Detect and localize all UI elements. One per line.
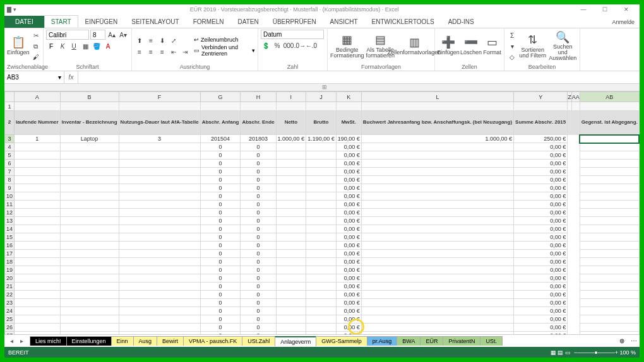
cell[interactable] <box>639 209 640 217</box>
cell[interactable]: 0,00 € <box>514 233 568 242</box>
cell[interactable] <box>306 324 337 332</box>
cell[interactable]: 0,00 € <box>336 192 361 201</box>
cell[interactable] <box>276 315 306 324</box>
cell[interactable] <box>306 217 337 225</box>
cell[interactable] <box>276 299 306 307</box>
cell[interactable] <box>306 315 337 324</box>
cell[interactable]: 0,00 € <box>514 168 568 176</box>
cell[interactable] <box>580 225 639 233</box>
cell[interactable] <box>15 168 61 176</box>
cell[interactable] <box>580 324 639 332</box>
underline-button[interactable]: U <box>69 41 79 51</box>
cell[interactable] <box>580 307 639 315</box>
cell[interactable]: 0,00 € <box>336 283 361 291</box>
cell[interactable] <box>119 315 200 324</box>
cell[interactable] <box>60 274 119 283</box>
cell[interactable] <box>119 184 200 192</box>
cell[interactable] <box>119 266 200 274</box>
cell[interactable]: 0 <box>200 332 241 335</box>
font-name-input[interactable] <box>46 30 89 40</box>
cell[interactable] <box>306 332 337 335</box>
cell[interactable]: 0,00 € <box>336 258 361 266</box>
cell[interactable] <box>60 332 119 335</box>
sort-filter-button[interactable]: ⇅Sortieren und Filtern <box>518 32 547 61</box>
cell[interactable] <box>580 291 639 299</box>
fx-button[interactable]: fx <box>64 71 78 83</box>
cell[interactable]: 0 <box>241 225 276 233</box>
cell[interactable]: 0,00 € <box>514 315 568 324</box>
cell[interactable] <box>15 299 61 307</box>
cell[interactable]: 0,00 € <box>514 324 568 332</box>
window-max[interactable]: ☐ <box>594 5 616 14</box>
cell[interactable]: 0 <box>200 184 241 192</box>
cell[interactable] <box>276 168 306 176</box>
cell[interactable]: 0 <box>241 192 276 201</box>
row-head[interactable]: 8 <box>5 176 15 184</box>
cell[interactable] <box>119 160 200 168</box>
cell[interactable] <box>60 151 119 160</box>
cell[interactable] <box>306 160 337 168</box>
cell[interactable] <box>306 242 337 250</box>
cell[interactable] <box>306 176 337 184</box>
cell[interactable] <box>639 184 640 192</box>
cell[interactable] <box>361 266 513 274</box>
cell[interactable] <box>60 283 119 291</box>
font-color-button[interactable]: A <box>103 41 113 51</box>
cell[interactable] <box>306 283 337 291</box>
cell[interactable]: 0,00 € <box>514 299 568 307</box>
cell[interactable] <box>119 192 200 201</box>
cell[interactable] <box>361 225 513 233</box>
cell[interactable] <box>361 160 513 168</box>
font-size-input[interactable] <box>90 30 105 40</box>
cell[interactable] <box>241 102 276 111</box>
cell[interactable] <box>639 315 640 324</box>
cell[interactable]: 0,00 € <box>336 201 361 209</box>
row-head[interactable]: 19 <box>5 266 15 274</box>
cell[interactable] <box>639 233 640 242</box>
cell[interactable] <box>571 102 580 111</box>
align-bottom[interactable]: ⬇ <box>157 36 167 46</box>
cell[interactable] <box>639 217 640 225</box>
cell[interactable] <box>60 242 119 250</box>
cell[interactable] <box>276 176 306 184</box>
cell[interactable] <box>15 160 61 168</box>
cell[interactable] <box>119 151 200 160</box>
cell[interactable] <box>60 201 119 209</box>
cell[interactable] <box>306 151 337 160</box>
cut-button[interactable]: ✂ <box>31 31 41 41</box>
cell[interactable] <box>15 274 61 283</box>
cell[interactable]: 0 <box>200 217 241 225</box>
cell[interactable] <box>639 258 640 266</box>
cell[interactable] <box>580 250 639 258</box>
cell[interactable]: 0 <box>241 315 276 324</box>
cell[interactable]: 0 <box>200 315 241 324</box>
cell[interactable] <box>60 192 119 201</box>
cell[interactable] <box>60 217 119 225</box>
cell[interactable] <box>306 233 337 242</box>
cell[interactable] <box>276 250 306 258</box>
cell[interactable] <box>60 299 119 307</box>
cell[interactable]: 0 <box>241 143 276 151</box>
cell[interactable] <box>514 102 568 111</box>
cell[interactable] <box>119 283 200 291</box>
cell[interactable] <box>15 242 61 250</box>
cell[interactable] <box>276 274 306 283</box>
col-head[interactable]: H <box>241 92 276 102</box>
cell[interactable] <box>60 250 119 258</box>
as-table-button[interactable]: ▤Als Tabelle formatieren <box>366 32 395 61</box>
window-min[interactable]: — <box>573 5 594 14</box>
clear-button[interactable]: ◇ <box>507 52 517 62</box>
cell[interactable]: 0 <box>241 233 276 242</box>
cell[interactable]: 0 <box>241 283 276 291</box>
cell[interactable]: 250,00 € <box>514 135 568 143</box>
tab-einfügen[interactable]: EINFÜGEN <box>78 15 125 28</box>
col-head[interactable]: AA <box>571 92 580 102</box>
cell[interactable] <box>361 299 513 307</box>
cell[interactable]: 0,00 € <box>336 299 361 307</box>
col-head[interactable]: J <box>306 92 337 102</box>
cell[interactable] <box>15 102 61 111</box>
cell[interactable] <box>119 225 200 233</box>
sheet-tab[interactable]: USt. <box>480 336 503 346</box>
cell[interactable] <box>60 168 119 176</box>
cell[interactable]: 0,00 € <box>514 283 568 291</box>
